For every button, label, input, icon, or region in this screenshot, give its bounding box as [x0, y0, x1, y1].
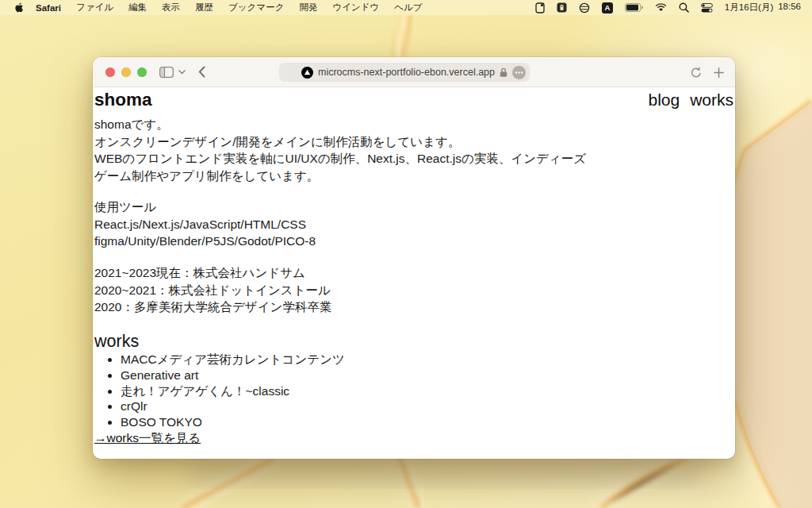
intro-line: WEBのフロントエンド実装を軸にUI/UXの制作、Next.js、React.j… — [94, 150, 733, 167]
safari-toolbar: microcms-next-portfolio-ebon.vercel.app — [93, 57, 735, 87]
webpage-content: shoma blog works shomaです。 オンスクリーンデザイン/開発… — [93, 90, 735, 446]
menu-help[interactable]: ヘルプ — [394, 2, 422, 13]
tools-paragraph: 使用ツール React.js/Next.js/JavaScript/HTML/C… — [94, 198, 733, 250]
menu-bookmarks[interactable]: ブックマーク — [228, 2, 284, 13]
career-line: 2021~2023現在：株式会社ハンドサム — [94, 264, 733, 282]
device-icon[interactable] — [535, 2, 545, 13]
intro-line: ゲーム制作やアプリ制作をしています。 — [94, 167, 733, 185]
menu-bar: Safari ファイル 編集 表示 履歴 ブックマーク 開発 ウインドウ ヘルプ… — [0, 0, 812, 15]
career-paragraph: 2021~2023現在：株式会社ハンドサム 2020~2021：株式会社ドットイ… — [94, 264, 733, 316]
lock-icon[interactable] — [500, 67, 508, 78]
career-line: 2020~2021：株式会社ドットインストール — [94, 282, 733, 299]
works-item: crQlr — [121, 398, 733, 414]
zoom-button[interactable] — [137, 67, 147, 77]
menu-date: 1月16日(月) — [725, 2, 773, 13]
works-item: MACCメディア芸術カレントコンテンツ — [121, 352, 733, 368]
vercel-favicon-icon — [301, 67, 313, 79]
menu-develop[interactable]: 開発 — [299, 2, 317, 13]
menu-clock[interactable]: 1月16日(月) 18:56 — [725, 2, 801, 13]
career-line: 2020：多摩美術大学統合デザイン学科卒業 — [94, 298, 733, 316]
works-item: Generative art — [121, 368, 733, 383]
menu-file[interactable]: ファイル — [76, 2, 113, 13]
tools-line: React.js/Next.js/JavaScript/HTML/CSS — [94, 216, 733, 233]
nav-link-blog[interactable]: blog — [648, 90, 680, 110]
spotlight-icon[interactable] — [679, 2, 689, 13]
works-heading: works — [94, 332, 733, 352]
control-center-icon[interactable] — [701, 3, 713, 13]
globe-icon[interactable] — [579, 2, 590, 13]
wifi-icon[interactable] — [655, 3, 667, 12]
address-bar[interactable]: microcms-next-portfolio-ebon.vercel.app — [279, 63, 530, 82]
site-header: shoma blog works — [94, 90, 733, 110]
reload-icon[interactable] — [691, 67, 702, 79]
battery-icon[interactable] — [625, 3, 643, 12]
apple-icon[interactable] — [14, 2, 25, 13]
input-source-icon[interactable]: A — [602, 2, 613, 13]
new-tab-icon[interactable] — [714, 67, 724, 78]
minimize-button[interactable] — [121, 67, 131, 77]
tools-line: figma/Unity/Blender/P5JS/Godot/PICO-8 — [94, 233, 733, 250]
site-nav: blog works — [648, 90, 733, 110]
chevron-down-icon[interactable] — [178, 70, 186, 75]
menu-app-name[interactable]: Safari — [36, 3, 61, 13]
back-icon[interactable] — [198, 66, 205, 78]
page-title: shoma — [94, 90, 152, 110]
address-text: microcms-next-portfolio-ebon.vercel.app — [318, 67, 495, 78]
page-settings-icon[interactable] — [512, 66, 526, 82]
intro-line: オンスクリーンデザイン/開発をメインに制作活動をしています。 — [94, 133, 733, 151]
tools-label: 使用ツール — [94, 198, 733, 216]
menu-time: 18:56 — [778, 2, 801, 13]
safari-window: microcms-next-portfolio-ebon.vercel.app … — [93, 57, 735, 459]
close-button[interactable] — [105, 67, 115, 77]
works-list: MACCメディア芸術カレントコンテンツ Generative art 走れ！アゲ… — [94, 352, 733, 430]
svg-text:A: A — [604, 3, 610, 12]
package-icon[interactable] — [557, 2, 567, 13]
intro-paragraph: shomaです。 オンスクリーンデザイン/開発をメインに制作活動をしています。 … — [94, 116, 733, 185]
works-item: 走れ！アゲアゲくん！~classic — [121, 383, 733, 399]
works-item: BOSO TOKYO — [121, 414, 733, 430]
sidebar-icon[interactable] — [159, 67, 174, 78]
menu-view[interactable]: 表示 — [162, 2, 180, 13]
menu-edit[interactable]: 編集 — [128, 2, 147, 13]
works-list-link[interactable]: →works一覧を見る — [94, 430, 201, 446]
traffic-lights — [105, 67, 147, 77]
menu-window[interactable]: ウインドウ — [332, 2, 379, 13]
nav-link-works[interactable]: works — [690, 90, 733, 110]
menu-history[interactable]: 履歴 — [195, 2, 213, 13]
intro-line: shomaです。 — [94, 116, 733, 133]
